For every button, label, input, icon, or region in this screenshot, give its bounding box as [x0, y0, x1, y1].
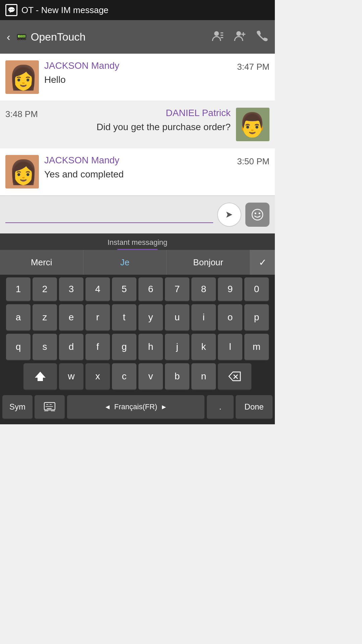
add-contact-icon[interactable] [234, 30, 246, 44]
svg-point-9 [259, 213, 260, 214]
key-3[interactable]: 3 [59, 277, 83, 302]
key-r[interactable]: r [85, 304, 110, 331]
period-key[interactable]: . [207, 395, 234, 419]
keyboard-label-text: Instant messaging [108, 238, 168, 247]
keyboard-section: Instant messaging Merci Je Bonjour ✓ 1 2… [0, 233, 275, 424]
message-time-3: 3:50 PM [237, 155, 269, 167]
key-7[interactable]: 7 [165, 277, 189, 302]
keyboard-label: Instant messaging [0, 233, 275, 250]
status-bar-icon: 💬 [5, 4, 17, 16]
key-k[interactable]: k [191, 334, 216, 361]
svg-point-7 [252, 209, 263, 220]
key-8[interactable]: 8 [191, 277, 216, 302]
key-f[interactable]: f [85, 334, 110, 361]
sender-name-2: DANIEL Patrick [43, 108, 231, 118]
key-q[interactable]: q [6, 334, 31, 361]
key-e[interactable]: e [59, 304, 83, 331]
message-time-2: 3:48 PM [5, 108, 38, 119]
message-time-1: 3:47 PM [237, 60, 269, 72]
header-actions [212, 30, 268, 44]
message-text-1: Hello [44, 73, 232, 86]
back-button[interactable]: ‹ [7, 31, 10, 43]
key-i[interactable]: i [191, 304, 216, 331]
message-text-2: Did you get the purchase order? [43, 120, 231, 133]
key-h[interactable]: h [138, 334, 163, 361]
message-row-2: DANIEL Patrick Did you get the purchase … [0, 101, 275, 148]
key-5[interactable]: 5 [112, 277, 136, 302]
autocomplete-merci[interactable]: Merci [0, 250, 83, 275]
logo-icon: 📟 [16, 32, 27, 43]
key-j[interactable]: j [165, 334, 189, 361]
svg-point-0 [214, 31, 219, 36]
letter-row-2: q s d f g h j k l m [1, 334, 274, 361]
message-row-3: JACKSON Mandy Yes and completed 3:50 PM [0, 148, 275, 196]
key-z[interactable]: z [33, 304, 57, 331]
next-lang-icon[interactable]: ► [161, 403, 167, 411]
key-c[interactable]: c [112, 363, 136, 390]
key-t[interactable]: t [112, 304, 136, 331]
message-content-2: DANIEL Patrick Did you get the purchase … [38, 108, 236, 141]
key-9[interactable]: 9 [218, 277, 242, 302]
avatar-jackson-1 [5, 60, 39, 94]
prev-lang-icon[interactable]: ◄ [104, 403, 111, 411]
key-6[interactable]: 6 [138, 277, 163, 302]
key-u[interactable]: u [165, 304, 189, 331]
backspace-key[interactable] [218, 363, 251, 390]
status-bar: 💬 OT - New IM message [0, 0, 275, 20]
svg-point-4 [236, 31, 241, 36]
call-icon[interactable] [256, 30, 268, 44]
key-d[interactable]: d [59, 334, 83, 361]
key-a[interactable]: a [6, 304, 31, 331]
header-logo: 📟 OpenTouch [16, 31, 206, 43]
input-area [0, 196, 275, 233]
autocomplete-bar: Merci Je Bonjour ✓ [0, 250, 275, 275]
key-s[interactable]: s [33, 334, 57, 361]
keyboard-switch-key[interactable] [35, 395, 65, 419]
key-v[interactable]: v [138, 363, 163, 390]
letter-row-1: a z e r t y u i o p [1, 304, 274, 331]
key-4[interactable]: 4 [85, 277, 110, 302]
key-m[interactable]: m [244, 334, 269, 361]
bottom-keyboard-bar: Sym ◄ Français(FR) ► . [1, 393, 274, 422]
status-bar-title: OT - New IM message [21, 5, 109, 15]
letter-row-3: w x c v b n [1, 363, 274, 390]
language-label: Français(FR) [114, 402, 157, 411]
autocomplete-bonjour[interactable]: Bonjour [167, 250, 250, 275]
key-b[interactable]: b [165, 363, 189, 390]
message-row-1: JACKSON Mandy Hello 3:47 PM [0, 54, 275, 101]
autocomplete-je[interactable]: Je [83, 250, 167, 275]
svg-point-8 [255, 213, 256, 214]
done-key[interactable]: Done [236, 395, 273, 419]
sym-key[interactable]: Sym [2, 395, 33, 419]
svg-marker-10 [35, 372, 46, 381]
emoji-button[interactable] [245, 203, 269, 227]
key-x[interactable]: x [85, 363, 110, 390]
avatar-daniel-2 [236, 108, 269, 141]
key-l[interactable]: l [218, 334, 242, 361]
contacts-list-icon[interactable] [212, 30, 224, 44]
sender-name-3: JACKSON Mandy [44, 155, 232, 166]
key-1[interactable]: 1 [6, 277, 31, 302]
keyboard-body: 1 2 3 4 5 6 7 8 9 0 a z e r t y u i o p … [0, 275, 275, 424]
message-input[interactable] [5, 206, 213, 223]
message-content-1: JACKSON Mandy Hello [39, 60, 237, 94]
key-y[interactable]: y [138, 304, 163, 331]
autocomplete-collapse-button[interactable]: ✓ [250, 250, 275, 275]
language-selector[interactable]: ◄ Français(FR) ► [67, 395, 204, 419]
key-n[interactable]: n [191, 363, 216, 390]
key-p[interactable]: p [244, 304, 269, 331]
message-text-3: Yes and completed [44, 168, 232, 181]
key-w[interactable]: w [59, 363, 83, 390]
key-o[interactable]: o [218, 304, 242, 331]
key-g[interactable]: g [112, 334, 136, 361]
app-title: OpenTouch [31, 31, 86, 43]
key-2[interactable]: 2 [33, 277, 57, 302]
shift-key[interactable] [23, 363, 57, 390]
number-row: 1 2 3 4 5 6 7 8 9 0 [1, 277, 274, 302]
chat-container: JACKSON Mandy Hello 3:47 PM DANIEL Patri… [0, 54, 275, 196]
message-content-3: JACKSON Mandy Yes and completed [39, 155, 237, 189]
app-header: ‹ 📟 OpenTouch [0, 20, 275, 54]
sender-name-1: JACKSON Mandy [44, 60, 232, 71]
send-button[interactable] [217, 203, 241, 227]
key-0[interactable]: 0 [244, 277, 269, 302]
